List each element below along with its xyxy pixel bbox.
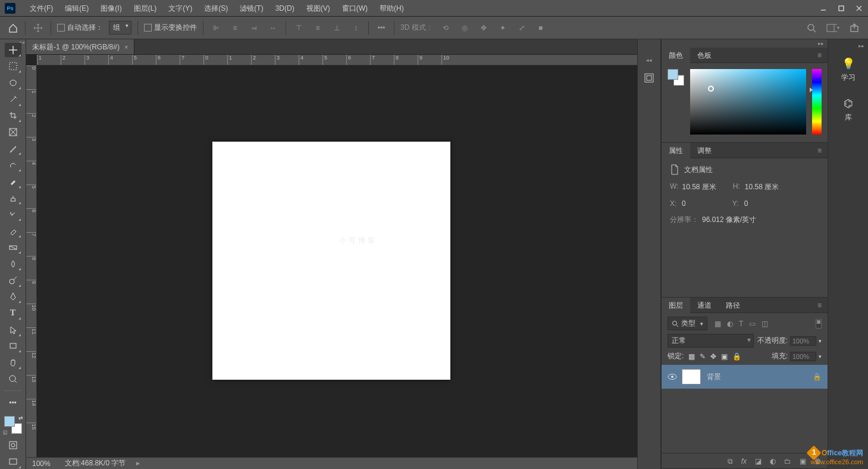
- align-right-icon[interactable]: ⫤: [247, 21, 261, 35]
- learn-button[interactable]: 💡 学习: [828, 50, 868, 90]
- menu-window[interactable]: 窗口(W): [336, 0, 374, 17]
- lock-artboard-icon[interactable]: ▣: [721, 352, 728, 361]
- default-colors-icon[interactable]: ◱: [3, 430, 8, 435]
- panel-menu-icon[interactable]: ≡: [814, 146, 825, 155]
- lock-position-icon[interactable]: ✥: [710, 352, 716, 361]
- menu-image[interactable]: 图像(I): [95, 0, 127, 17]
- new-layer-icon[interactable]: ▣: [800, 457, 806, 465]
- align-bottom-icon[interactable]: ⊥: [330, 21, 343, 35]
- tab-properties[interactable]: 属性: [662, 143, 690, 158]
- clone-stamp-tool[interactable]: [5, 191, 21, 205]
- magic-wand-tool[interactable]: [5, 92, 21, 107]
- align-hcenter-icon[interactable]: ≡: [228, 21, 242, 35]
- tab-paths[interactable]: 路径: [719, 298, 747, 313]
- horizontal-ruler[interactable]: 1234567012345678910: [37, 55, 637, 65]
- panel-menu-icon[interactable]: ≡: [814, 301, 825, 309]
- layer-filter-dropdown[interactable]: 类型▾: [668, 317, 707, 330]
- tab-adjustments[interactable]: 调整: [690, 143, 719, 158]
- menu-select[interactable]: 选择(S): [198, 0, 234, 17]
- tab-layers[interactable]: 图层: [662, 298, 690, 313]
- filter-shape-icon[interactable]: ▭: [749, 320, 756, 328]
- move-tool-icon[interactable]: [32, 21, 45, 35]
- screen-mode-icon[interactable]: [5, 455, 21, 469]
- path-selection-tool[interactable]: [5, 323, 21, 337]
- healing-brush-tool[interactable]: [5, 158, 21, 172]
- document-status[interactable]: 文档:468.8K/0 字节 ▸: [65, 458, 140, 468]
- filter-adjust-icon[interactable]: ◐: [727, 320, 733, 328]
- eyedropper-tool[interactable]: [5, 142, 21, 156]
- zoom-level[interactable]: 100%: [32, 459, 53, 468]
- collapse-left-icon[interactable]: ◂◂: [643, 56, 656, 64]
- menu-layer[interactable]: 图层(L): [128, 0, 163, 17]
- tab-swatches[interactable]: 色板: [690, 48, 719, 63]
- zoom-tool[interactable]: [5, 372, 21, 386]
- menu-3d[interactable]: 3D(D): [270, 0, 300, 17]
- close-tab-icon[interactable]: ×: [124, 39, 128, 55]
- foreground-color-swatch[interactable]: [4, 416, 15, 427]
- canvas-viewport[interactable]: 小可博客 WWW.QKEKE.COM: [37, 65, 637, 457]
- 3d-camera-icon[interactable]: ■: [534, 21, 547, 35]
- history-brush-tool[interactable]: [5, 207, 21, 221]
- show-transform-checkbox[interactable]: 显示变换控件: [144, 23, 197, 33]
- align-stretch-icon[interactable]: ↔: [267, 21, 280, 35]
- filter-toggle[interactable]: [816, 319, 822, 329]
- layer-thumbnail[interactable]: [682, 369, 701, 384]
- canvas[interactable]: [212, 142, 450, 380]
- tab-channels[interactable]: 通道: [690, 298, 719, 313]
- auto-select-mode-dropdown[interactable]: 组: [109, 21, 131, 35]
- layer-group-icon[interactable]: 🗀: [784, 457, 791, 465]
- pen-tool[interactable]: [5, 290, 21, 304]
- lock-all-icon[interactable]: 🔒: [732, 352, 741, 361]
- panel-menu-icon[interactable]: ≡: [814, 51, 825, 60]
- type-tool[interactable]: T: [5, 306, 21, 320]
- close-button[interactable]: [850, 0, 868, 17]
- dodge-tool[interactable]: [5, 273, 21, 287]
- document-tab[interactable]: 未标题-1 @ 100%(RGB/8#) ×: [26, 39, 134, 54]
- align-left-icon[interactable]: ⊫: [209, 21, 223, 35]
- more-align-icon[interactable]: •••: [375, 21, 388, 35]
- menu-file[interactable]: 文件(F): [24, 0, 59, 17]
- link-layers-icon[interactable]: ⧉: [728, 457, 733, 465]
- tab-color[interactable]: 颜色: [662, 48, 690, 63]
- frame-tool[interactable]: [5, 125, 21, 139]
- align-vstretch-icon[interactable]: ↕: [349, 21, 362, 35]
- fill-input[interactable]: [790, 352, 816, 361]
- swap-colors-icon[interactable]: ⇄: [18, 415, 23, 421]
- rectangle-tool[interactable]: [5, 339, 21, 354]
- minimize-button[interactable]: [814, 0, 832, 17]
- opacity-input[interactable]: [790, 336, 816, 346]
- menu-view[interactable]: 视图(V): [300, 0, 336, 17]
- vertical-ruler[interactable]: 0123456789101112131415: [26, 65, 37, 457]
- lock-icon[interactable]: 🔒: [813, 373, 822, 381]
- gradient-tool[interactable]: [5, 240, 21, 255]
- history-panel-icon[interactable]: [641, 70, 657, 86]
- collapse-panels-icon[interactable]: ▸▸: [814, 39, 828, 48]
- hue-slider[interactable]: [812, 69, 822, 135]
- maximize-button[interactable]: [832, 0, 850, 17]
- blur-tool[interactable]: [5, 257, 21, 271]
- layer-item[interactable]: 背景 🔒: [662, 365, 828, 389]
- panel-fgbg-swatch[interactable]: [668, 69, 684, 86]
- hand-tool[interactable]: [5, 355, 21, 370]
- search-icon[interactable]: [805, 21, 818, 35]
- crop-tool[interactable]: [5, 109, 21, 123]
- 3d-roll-icon[interactable]: ◎: [458, 21, 471, 35]
- layer-fx-icon[interactable]: fx: [741, 457, 747, 465]
- collapse-rail-icon[interactable]: ▸▸: [855, 42, 868, 50]
- 3d-scale-icon[interactable]: ⤢: [515, 21, 528, 35]
- align-top-icon[interactable]: ⊤: [292, 21, 305, 35]
- lock-transparency-icon[interactable]: ▦: [688, 352, 695, 361]
- share-icon[interactable]: [848, 21, 861, 35]
- 3d-slide-icon[interactable]: ✦: [496, 21, 509, 35]
- adjustment-layer-icon[interactable]: ◐: [770, 457, 776, 465]
- lock-pixels-icon[interactable]: ✎: [700, 352, 706, 361]
- brush-tool[interactable]: [5, 174, 21, 189]
- filter-smart-icon[interactable]: ◫: [762, 320, 768, 328]
- layer-mask-icon[interactable]: ◪: [755, 457, 762, 465]
- menu-type[interactable]: 文字(Y): [162, 0, 198, 17]
- filter-type-icon[interactable]: T: [739, 320, 743, 328]
- 3d-orbit-icon[interactable]: ⟲: [439, 21, 452, 35]
- auto-select-checkbox[interactable]: 自动选择：: [57, 23, 103, 33]
- visibility-icon[interactable]: [668, 373, 676, 380]
- blend-mode-dropdown[interactable]: 正常: [668, 334, 754, 348]
